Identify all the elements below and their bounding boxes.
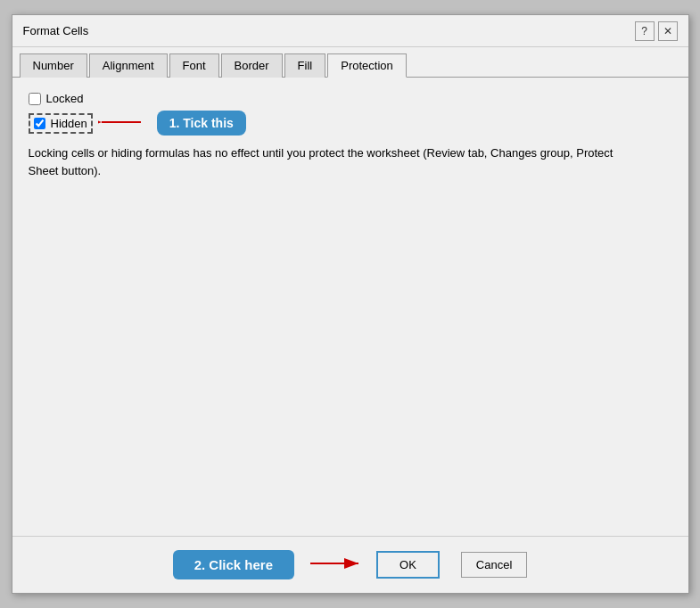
close-button[interactable]: ✕	[658, 21, 678, 41]
cancel-button[interactable]: Cancel	[461, 552, 527, 578]
title-bar: Format Cells ? ✕	[12, 15, 688, 47]
tab-font[interactable]: Font	[169, 53, 219, 78]
tab-fill[interactable]: Fill	[284, 53, 326, 78]
hidden-checkbox[interactable]	[34, 118, 45, 129]
title-buttons: ? ✕	[635, 21, 678, 41]
dialog-title: Format Cells	[23, 24, 89, 37]
bottom-inner: 2. Click here OK Cancel	[173, 550, 528, 579]
format-cells-dialog: Format Cells ? ✕ Number Alignment Font B…	[12, 14, 689, 594]
tab-alignment[interactable]: Alignment	[89, 53, 168, 78]
tab-number[interactable]: Number	[20, 53, 87, 78]
content-area: Locked Hidden 1. Tick thi	[12, 78, 688, 536]
locked-row: Locked	[29, 92, 672, 105]
annotation-tick-bubble: 1. Tick this	[157, 111, 246, 136]
tab-border[interactable]: Border	[221, 53, 283, 78]
arrow-to-ok	[309, 555, 362, 575]
locked-label[interactable]: Locked	[46, 92, 84, 105]
click-here-button[interactable]: 2. Click here	[173, 550, 294, 579]
hidden-label[interactable]: Hidden	[51, 117, 87, 130]
tab-bar: Number Alignment Font Border Fill Protec…	[12, 47, 688, 78]
tab-protection[interactable]: Protection	[327, 53, 407, 78]
hidden-checkbox-wrapper: Hidden	[29, 113, 93, 134]
arrow-to-hidden	[98, 113, 143, 134]
protection-description: Locking cells or hiding formulas has no …	[29, 144, 635, 179]
locked-checkbox[interactable]	[29, 93, 41, 105]
bottom-bar: 2. Click here OK Cancel	[12, 536, 688, 593]
help-button[interactable]: ?	[635, 21, 655, 41]
ok-button[interactable]: OK	[376, 551, 440, 579]
hidden-row: Hidden 1. Tick this	[29, 111, 672, 136]
